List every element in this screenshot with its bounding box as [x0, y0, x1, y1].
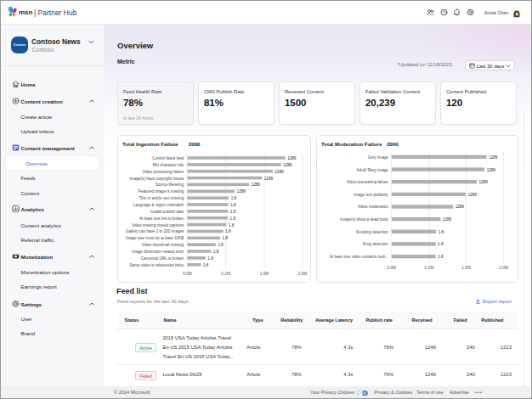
svg-text:1289: 1289	[252, 183, 261, 187]
svg-text:Min character rule: Min character rule	[153, 163, 184, 167]
svg-text:1.8: 1.8	[438, 242, 444, 246]
svg-text:1.8: 1.8	[439, 230, 444, 234]
svg-text:1.8: 1.8	[229, 223, 235, 228]
svg-text:Source Metering: Source Metering	[156, 183, 184, 187]
svg-text:1.8: 1.8	[231, 196, 237, 200]
svg-text:Video moderation: Video moderation	[358, 205, 388, 209]
svg-text:0.0M: 0.0M	[183, 272, 192, 276]
svg-text:Video thumbnail missing: Video thumbnail missing	[142, 243, 184, 247]
svg-text:Featured image is missing: Featured image is missing	[139, 189, 184, 194]
svg-text:Video processing failure: Video processing failure	[142, 170, 184, 174]
svg-text:1.8: 1.8	[230, 216, 236, 221]
svg-text:1.8: 1.8	[223, 236, 229, 240]
svg-text:1.8: 1.8	[230, 210, 236, 214]
svg-text:0.1M: 0.1M	[425, 266, 434, 270]
svg-text:2.0M: 2.0M	[298, 272, 308, 276]
svg-text:Canonical URL is broken: Canonical URL is broken	[141, 256, 184, 261]
svg-text:1289: 1289	[443, 217, 452, 222]
svg-text:Drug detection: Drug detection	[363, 242, 388, 246]
svg-text:Same video is referenced twice: Same video is referenced twice	[130, 263, 184, 267]
svg-text:Title or article text missing: Title or article text missing	[139, 196, 184, 200]
svg-text:1289: 1289	[237, 189, 246, 194]
svg-text:1.8: 1.8	[438, 255, 444, 259]
svg-text:At least one video contains nu: At least one video contains nudi...	[330, 255, 388, 259]
svg-text:Gory Image: Gory Image	[368, 155, 388, 160]
svg-text:0.1M: 0.1M	[221, 272, 230, 276]
svg-text:Image dimension related error: Image dimension related error	[132, 250, 184, 254]
svg-text:1289: 1289	[283, 163, 292, 167]
svg-text:1289: 1289	[487, 168, 496, 172]
svg-text:1.5M: 1.5M	[260, 272, 269, 276]
svg-text:1289: 1289	[456, 205, 465, 209]
svg-text:1289: 1289	[274, 170, 284, 174]
svg-text:1289: 1289	[479, 180, 489, 184]
svg-text:At least one link is broken: At least one link is broken	[139, 216, 184, 221]
svg-text:Gallery can have 2 to 200 imag: Gallery can have 2 to 200 images	[126, 229, 184, 233]
svg-text:Video processing failure: Video processing failure	[347, 180, 388, 184]
svg-text:Video missing closed captions: Video missing closed captions	[132, 223, 184, 228]
svg-text:0.0M: 0.0M	[387, 266, 396, 270]
svg-text:Adult/ Racy image: Adult/ Racy image	[357, 168, 389, 172]
svg-text:1.8: 1.8	[225, 229, 231, 233]
svg-text:Image(s) have copyright issues: Image(s) have copyright issues	[130, 177, 184, 181]
svg-text:1.8: 1.8	[207, 256, 213, 261]
svg-text:1.8: 1.8	[213, 250, 219, 254]
svg-text:1289: 1289	[264, 177, 274, 181]
svg-text:Smoking detection: Smoking detection	[356, 230, 388, 234]
svg-text:1289: 1289	[287, 156, 297, 160]
svg-text:1.8: 1.8	[203, 263, 209, 267]
svg-text:Image text profanity: Image text profanity	[354, 193, 388, 197]
svg-text:Image(s) show a dead body: Image(s) show a dead body	[340, 217, 388, 222]
svg-text:2.0M: 2.0M	[499, 266, 508, 270]
svg-text:1289: 1289	[489, 155, 498, 160]
svg-text:1.5M: 1.5M	[461, 266, 471, 270]
svg-text:Invalid publish date: Invalid publish date	[150, 210, 184, 214]
svg-text:Control listed feed: Control listed feed	[152, 156, 184, 160]
svg-text:Language & region mismatch: Language & region mismatch	[133, 203, 184, 207]
svg-text:1289: 1289	[468, 193, 478, 197]
svg-text:1.8: 1.8	[218, 243, 224, 247]
svg-text:1.8: 1.8	[230, 203, 236, 207]
svg-text:Image size must be at least 10: Image size must be at least 10KB	[126, 236, 184, 240]
